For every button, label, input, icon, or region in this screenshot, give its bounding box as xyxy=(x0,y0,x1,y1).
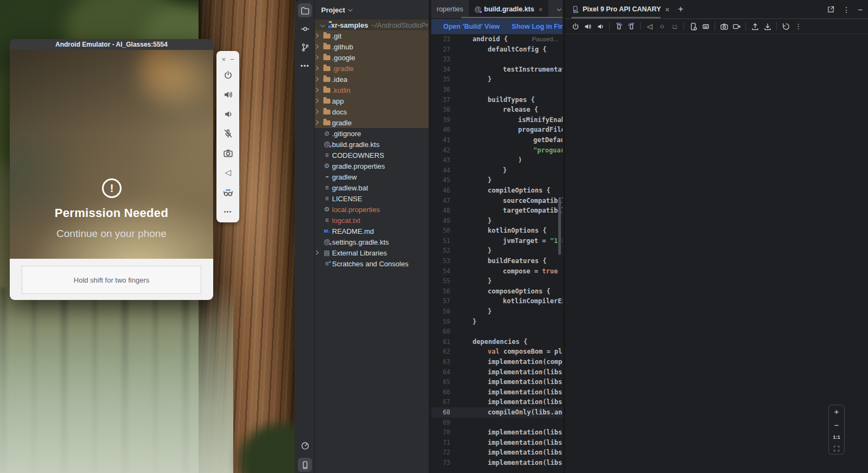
power-icon[interactable] xyxy=(218,65,238,85)
code-line: 50 kotlinOptions { xyxy=(431,226,563,236)
device-settings-icon[interactable] xyxy=(687,21,699,33)
camera-icon[interactable] xyxy=(218,143,238,163)
tab-gradle-properties[interactable]: roperties xyxy=(431,0,469,18)
tree-row[interactable]: ⚙ local.properties xyxy=(315,204,429,215)
tree-item-label: local.properties xyxy=(332,206,380,214)
tree-row[interactable]: ▤ External Libraries xyxy=(315,247,429,258)
code-line: 37 buildTypes { xyxy=(431,95,563,105)
git-branch-icon[interactable] xyxy=(298,40,312,54)
tree-root-row[interactable]: xr-samples ~/AndroidStudioProje xyxy=(315,20,429,30)
screenshot-icon[interactable] xyxy=(718,21,730,33)
tree-row[interactable]: app xyxy=(315,95,429,106)
device-volume-down-icon[interactable] xyxy=(594,21,607,33)
emulator-close-button[interactable]: × xyxy=(221,55,226,63)
mic-off-icon[interactable] xyxy=(218,124,238,143)
tree-row[interactable]: .google xyxy=(315,52,429,63)
tree-row[interactable]: gradlew xyxy=(315,171,429,182)
tree-row[interactable]: ≡ gradlew.bat xyxy=(315,182,429,193)
line-number: 49 xyxy=(431,216,450,226)
tab-build-gradle[interactable]: @ build.gradle.kts × xyxy=(469,0,549,18)
tab-scrollbar[interactable] xyxy=(461,17,563,18)
tree-row[interactable]: ⊘ .gitignore xyxy=(315,128,429,139)
tree-item-label: logcat.txt xyxy=(332,216,360,225)
tree-item-label: .google xyxy=(332,54,355,62)
tree-row[interactable]: docs xyxy=(315,106,429,117)
emulator-screen[interactable]: ! Permission Needed Continue on your pho… xyxy=(10,50,213,259)
tree-row[interactable]: ⚙ gradle.properties xyxy=(315,161,429,171)
line-number: 42 xyxy=(431,145,450,156)
device-power-icon[interactable] xyxy=(569,21,582,33)
more-options-icon[interactable]: ••• xyxy=(218,202,238,221)
line-number: 54 xyxy=(431,266,450,277)
back-icon[interactable]: ◁ xyxy=(643,21,656,33)
tree-row[interactable]: ≡ Scratches and Consoles xyxy=(315,258,429,269)
home-icon[interactable]: ○ xyxy=(656,21,668,33)
zoom-out-icon[interactable]: − xyxy=(834,421,839,429)
new-device-tab-icon[interactable]: + xyxy=(674,4,688,15)
commit-tool-icon[interactable] xyxy=(298,22,312,36)
open-in-window-icon[interactable] xyxy=(827,5,835,14)
project-tool-icon[interactable] xyxy=(298,3,312,17)
file-type-icon xyxy=(322,88,332,93)
tree-row[interactable]: M↓ README.md xyxy=(315,226,429,237)
tree-row[interactable]: .idea xyxy=(315,74,429,85)
rotate-left-icon[interactable] xyxy=(612,21,625,33)
tree-row[interactable]: .github xyxy=(315,41,429,52)
tree-row[interactable]: @ build.gradle.kts xyxy=(315,139,429,150)
tree-row[interactable]: ≡ LICENSE xyxy=(315,193,429,204)
project-panel-header[interactable]: Project xyxy=(315,0,429,20)
device-tab-close-icon[interactable]: × xyxy=(665,5,669,14)
overview-icon[interactable]: □ xyxy=(668,21,681,33)
tree-item-label: CODEOWNERS xyxy=(332,151,384,159)
line-number: 23 xyxy=(431,34,450,44)
tab-close-icon[interactable]: × xyxy=(539,5,543,14)
device-volume-up-icon[interactable] xyxy=(582,21,594,33)
device-tab[interactable]: Pixel 9 Pro API CANARY × xyxy=(565,0,674,18)
rotate-right-icon[interactable] xyxy=(625,21,637,33)
show-log-link[interactable]: Show Log in Finder xyxy=(512,23,563,30)
editor-scrollbar[interactable] xyxy=(558,198,561,255)
back-icon[interactable]: ◁ xyxy=(218,163,238,182)
line-number: 33 xyxy=(431,54,450,65)
upload-icon[interactable] xyxy=(749,21,761,33)
tree-row[interactable]: .gradle xyxy=(315,63,429,74)
emulator-minimize-button[interactable]: − xyxy=(230,55,234,63)
panel-minimize-icon[interactable]: − xyxy=(858,5,863,14)
file-type-icon xyxy=(322,55,332,60)
download-icon[interactable] xyxy=(761,21,774,33)
code-line: 61 dependencies { xyxy=(431,337,563,347)
tree-row[interactable]: .kotlin xyxy=(315,85,429,95)
code-area[interactable]: 23 android { 27 defaultConfig { 33 xyxy=(431,34,563,473)
line-number: 50 xyxy=(431,226,450,236)
file-type-icon xyxy=(322,77,332,82)
running-devices-tool-icon[interactable] xyxy=(298,458,312,472)
tree-row[interactable]: gradle xyxy=(315,117,429,128)
tree-item-label: Scratches and Consoles xyxy=(332,260,409,268)
tree-row[interactable]: @ settings.gradle.kts xyxy=(315,237,429,247)
emulator-title-bar[interactable]: Android Emulator - AI_Glasses:5554 xyxy=(10,39,213,50)
more-tools-icon[interactable]: ••• xyxy=(298,59,312,73)
tree-row[interactable]: ≡ logcat.txt xyxy=(315,215,429,226)
tree-row[interactable]: ≡ CODEOWNERS xyxy=(315,150,429,161)
line-number: 35 xyxy=(431,74,450,85)
hidden-tabs-chevron-icon[interactable] xyxy=(557,7,561,11)
tree-row[interactable]: .git xyxy=(315,30,429,41)
line-number: 44 xyxy=(431,165,450,176)
zoom-in-icon[interactable]: + xyxy=(834,407,839,416)
open-build-view-link[interactable]: Open 'Build' View xyxy=(443,23,500,30)
line-number: 27 xyxy=(431,44,450,55)
toolbar-more-icon[interactable]: ⋮ xyxy=(792,21,805,33)
screen-record-icon[interactable] xyxy=(730,21,743,33)
device-reset-icon[interactable] xyxy=(780,21,792,33)
tree-item-label: .git xyxy=(332,32,341,40)
zoom-actual-size[interactable]: 1:1 xyxy=(833,434,840,440)
profiler-tool-icon[interactable] xyxy=(298,438,312,452)
panel-options-icon[interactable]: ⋮ xyxy=(843,5,850,14)
hardware-input-icon[interactable] xyxy=(699,21,712,33)
volume-up-icon[interactable] xyxy=(218,85,238,104)
smart-glasses-icon[interactable] xyxy=(218,182,238,202)
volume-down-icon[interactable] xyxy=(218,104,238,124)
zoom-fit-icon[interactable] xyxy=(833,445,840,452)
line-number: 40 xyxy=(431,125,450,135)
debugger-paused-hint: Paused... xyxy=(532,36,558,42)
